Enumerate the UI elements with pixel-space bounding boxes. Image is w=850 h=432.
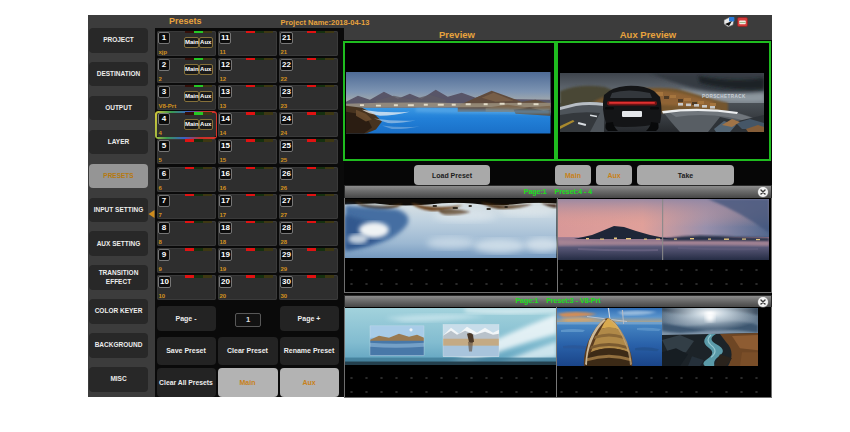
svg-text:PORSCHETRACK: PORSCHETRACK <box>702 94 746 99</box>
